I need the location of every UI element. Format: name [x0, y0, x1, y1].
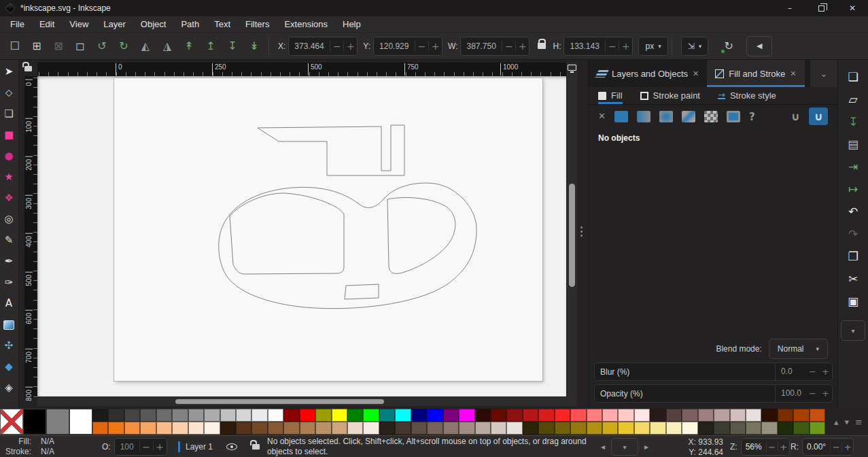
color-swatch[interactable] — [395, 409, 411, 422]
color-swatch[interactable] — [666, 409, 682, 422]
y-field[interactable]: 120.929 − + — [373, 37, 442, 56]
color-swatch[interactable] — [730, 422, 746, 435]
color-swatch[interactable] — [283, 422, 299, 435]
fill-linear-gradient-button[interactable] — [637, 111, 650, 122]
color-swatch[interactable] — [251, 409, 267, 422]
opacity-minus-button[interactable]: − — [806, 385, 819, 402]
color-swatch[interactable] — [682, 422, 697, 435]
color-swatch[interactable] — [300, 422, 315, 435]
color-swatch[interactable] — [347, 422, 363, 435]
color-swatch[interactable] — [746, 422, 761, 435]
fill-swatch-button[interactable] — [727, 111, 740, 122]
color-swatch[interactable] — [251, 422, 267, 435]
minimize-button[interactable]: – — [774, 0, 805, 16]
export-button[interactable]: ↦ — [841, 177, 865, 200]
import-button[interactable]: ⇥ — [841, 155, 865, 177]
rotate-plus-button[interactable]: + — [841, 442, 853, 452]
color-swatch[interactable] — [730, 409, 746, 422]
rotate-cw-button[interactable]: ↻ — [113, 36, 135, 56]
color-swatch[interactable] — [172, 422, 188, 435]
color-swatch[interactable] — [793, 409, 809, 422]
color-swatch[interactable] — [220, 409, 236, 422]
display-settings-icon[interactable] — [568, 65, 576, 71]
color-swatch[interactable] — [714, 409, 729, 422]
snap-settings-button[interactable]: ↻ — [718, 36, 740, 56]
color-swatch[interactable] — [602, 422, 618, 435]
zoom-out-button[interactable]: − — [766, 442, 778, 452]
color-swatch[interactable] — [555, 422, 570, 435]
color-swatch[interactable] — [666, 422, 682, 435]
h-plus-button[interactable]: + — [619, 41, 632, 52]
text-tool[interactable]: A — [0, 293, 18, 314]
color-swatch[interactable] — [315, 409, 331, 422]
subtab-stroke-paint[interactable]: Stroke paint — [640, 87, 700, 104]
zoom-in-button[interactable]: + — [778, 442, 789, 452]
color-swatch[interactable] — [69, 409, 92, 435]
lower-button[interactable]: ↧ — [222, 36, 243, 56]
fill-unknown-button[interactable]: ? — [749, 111, 755, 122]
path-flag-shape[interactable] — [258, 125, 404, 175]
color-swatch[interactable] — [538, 409, 554, 422]
shape-builder-tool[interactable]: ❏ — [0, 103, 18, 124]
color-swatch[interactable] — [650, 409, 665, 422]
color-swatch[interactable] — [124, 422, 140, 435]
fill-stroke-indicator[interactable]: Fill: N/A Stroke: N/A — [3, 436, 75, 457]
color-swatch[interactable] — [475, 422, 491, 435]
y-field-value[interactable]: 120.929 — [374, 41, 415, 51]
mesh-gradient-tool[interactable]: ✣ — [0, 335, 18, 356]
color-swatch[interactable] — [618, 409, 633, 422]
subtab-fill[interactable]: Fill — [598, 87, 623, 104]
collapse-toolbar-button[interactable]: ◀ — [746, 36, 772, 56]
menu-item[interactable]: Filters — [238, 17, 277, 31]
ruler-corner[interactable] — [19, 61, 37, 75]
menu-item[interactable]: View — [62, 17, 96, 31]
path-small-rectangle[interactable] — [345, 284, 379, 299]
blend-mode-dropdown[interactable]: Normal ▾ — [769, 339, 828, 359]
color-swatch[interactable] — [459, 422, 474, 435]
color-swatch[interactable] — [283, 409, 299, 422]
color-swatch[interactable] — [682, 409, 697, 422]
color-swatch[interactable] — [778, 409, 793, 422]
object-opacity-field[interactable]: 100 − + — [114, 438, 167, 456]
color-swatch[interactable] — [140, 422, 156, 435]
close-icon[interactable]: ✕ — [790, 69, 796, 78]
spiral-tool[interactable]: ◎ — [0, 209, 18, 230]
flip-horizontal-button[interactable]: ◭ — [135, 36, 156, 56]
color-swatch[interactable] — [761, 409, 777, 422]
close-button[interactable]: ✕ — [837, 0, 868, 16]
x-field[interactable]: 373.464 − + — [288, 37, 358, 56]
color-swatch[interactable] — [523, 422, 538, 435]
color-swatch[interactable] — [778, 422, 793, 435]
menu-item[interactable]: File — [3, 17, 32, 31]
undo-button[interactable]: ↶ — [841, 200, 865, 222]
copy-button[interactable]: ❐ — [841, 245, 865, 267]
pencil-tool[interactable]: ✎ — [0, 230, 18, 251]
x-field-value[interactable]: 373.464 — [289, 41, 330, 51]
color-swatch[interactable] — [156, 422, 172, 435]
color-swatch[interactable] — [427, 422, 442, 435]
layer-lock-icon[interactable] — [252, 444, 260, 450]
opacity-plus-button[interactable]: + — [153, 441, 167, 452]
color-swatch[interactable] — [300, 409, 315, 422]
horizontal-ruler[interactable]: 02505007501000 — [37, 63, 566, 76]
menu-item[interactable]: Edit — [32, 17, 62, 31]
lower-bottom-button[interactable]: ↡ — [243, 36, 265, 56]
color-swatch[interactable] — [698, 422, 714, 435]
color-swatch[interactable] — [140, 409, 156, 422]
paste-button[interactable]: ▣ — [841, 290, 865, 312]
color-swatch[interactable] — [156, 409, 172, 422]
color-swatch[interactable] — [443, 409, 459, 422]
x-plus-button[interactable]: + — [343, 41, 357, 52]
y-minus-button[interactable]: − — [415, 41, 428, 52]
color-swatch[interactable] — [491, 409, 506, 422]
color-swatch[interactable] — [363, 409, 379, 422]
color-swatch[interactable] — [236, 422, 251, 435]
color-swatch[interactable] — [491, 422, 506, 435]
zoom-value[interactable]: 56% — [742, 442, 766, 452]
color-swatch[interactable] — [204, 422, 220, 435]
next-layer-button[interactable]: ▸ — [644, 442, 648, 452]
pen-tool[interactable]: ✒ — [0, 251, 18, 272]
color-swatch[interactable] — [188, 422, 204, 435]
node-tool[interactable]: ⬦ — [0, 82, 18, 103]
path-blob-outline[interactable] — [219, 183, 476, 309]
